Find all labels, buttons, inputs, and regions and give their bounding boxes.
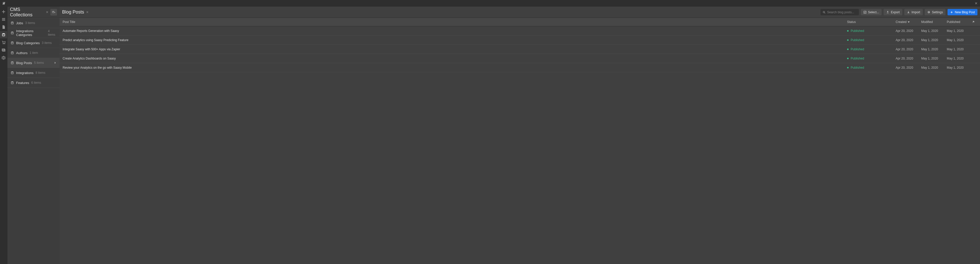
table-body: Automate Reports Generation with Saasy P… [60, 26, 980, 72]
collection-item[interactable]: Authors 1 item [7, 48, 60, 58]
svg-rect-4 [2, 20, 5, 21]
database-icon [11, 51, 14, 55]
col-created[interactable]: Created [896, 20, 921, 24]
svg-rect-2 [2, 18, 5, 19]
pin-icon[interactable] [970, 21, 977, 24]
cell-published: May 1, 2020 [947, 38, 970, 42]
collection-item[interactable]: Features 6 items [7, 78, 60, 88]
cell-title: Predict analytics using Saasy Predicting… [63, 38, 847, 42]
cell-modified: May 1, 2020 [921, 38, 947, 42]
col-modified[interactable]: Modified [921, 20, 947, 24]
collection-count: 5 items [34, 61, 44, 65]
rail-navigator[interactable] [0, 16, 7, 23]
svg-point-13 [11, 42, 14, 43]
collection-item[interactable]: Integrations Categories 4 items [7, 28, 60, 38]
sidebar-close-icon[interactable]: × [46, 10, 48, 14]
content-close-icon[interactable]: × [86, 10, 88, 14]
table-row[interactable]: Integrate Saasy with 500+ Apps via Zapie… [60, 45, 980, 54]
database-icon [11, 71, 14, 74]
check-icon [864, 11, 867, 14]
status-dot [847, 58, 849, 59]
database-icon [11, 81, 14, 84]
add-collection-button[interactable] [50, 9, 57, 16]
svg-rect-22 [951, 12, 953, 13]
svg-point-20 [928, 12, 929, 13]
col-status[interactable]: Status [847, 20, 896, 24]
rail-cms[interactable] [0, 31, 7, 38]
collection-name: Integrations Categories [16, 29, 46, 37]
cell-modified: May 1, 2020 [921, 57, 947, 60]
left-rail [0, 6, 7, 264]
cell-title: Create Analytics Dashboards on Saasy [63, 57, 847, 60]
sort-desc-icon [908, 20, 910, 24]
collection-item[interactable]: Jobs 3 items [7, 18, 60, 28]
export-icon [886, 11, 889, 14]
cell-created: Apr 20, 2020 [896, 38, 921, 42]
collection-item[interactable]: Blog Categories 3 items [7, 38, 60, 48]
rail-ecommerce[interactable] [0, 39, 7, 46]
import-icon [907, 11, 910, 14]
status-dot [847, 40, 849, 41]
search-input[interactable] [827, 11, 857, 14]
col-published[interactable]: Published [947, 20, 970, 24]
svg-point-17 [11, 81, 14, 82]
cell-published: May 1, 2020 [947, 57, 970, 60]
plus-icon [950, 11, 953, 14]
cell-modified: May 1, 2020 [921, 66, 947, 70]
search-icon [822, 11, 826, 14]
status-text: Published [851, 47, 864, 51]
cell-created: Apr 20, 2020 [896, 47, 921, 51]
collection-item[interactable]: Blog Posts 5 items [7, 58, 60, 68]
cell-status: Published [847, 66, 896, 70]
content-area: Blog Posts × Select... Export Imp [60, 6, 980, 264]
new-post-button[interactable]: New Blog Post [948, 9, 977, 15]
cms-sidebar: CMS Collections × Jobs 3 items Integrati… [7, 6, 60, 264]
import-button[interactable]: Import [904, 9, 923, 15]
collection-item[interactable]: Integrations 8 items [7, 68, 60, 78]
sidebar-title: CMS Collections [10, 7, 44, 17]
search-box[interactable] [821, 9, 859, 15]
svg-point-16 [11, 71, 14, 73]
cell-status: Published [847, 38, 896, 42]
rail-pages[interactable] [0, 24, 7, 31]
collection-name: Integrations [16, 71, 33, 75]
close-icon[interactable]: × [974, 1, 978, 6]
status-dot [847, 67, 849, 68]
status-text: Published [851, 29, 864, 33]
table-row[interactable]: Create Analytics Dashboards on Saasy Pub… [60, 54, 980, 63]
collection-name: Blog Posts [16, 61, 32, 65]
table-row[interactable]: Predict analytics using Saasy Predicting… [60, 35, 980, 45]
database-icon [11, 41, 14, 45]
database-icon [11, 31, 14, 35]
cell-modified: May 1, 2020 [921, 29, 947, 33]
select-button[interactable]: Select... [861, 9, 881, 15]
collection-name: Jobs [16, 21, 23, 25]
svg-point-15 [11, 62, 14, 63]
database-icon [11, 21, 14, 25]
status-text: Published [851, 57, 864, 60]
table-row[interactable]: Automate Reports Generation with Saasy P… [60, 26, 980, 35]
export-button[interactable]: Export [884, 9, 902, 15]
collection-name: Features [16, 81, 29, 85]
rail-settings[interactable] [0, 54, 7, 61]
svg-point-10 [52, 11, 54, 12]
webflow-logo[interactable] [2, 1, 6, 6]
table-row[interactable]: Review your Analytics on the go with Saa… [60, 63, 980, 72]
cell-published: May 1, 2020 [947, 66, 970, 70]
svg-rect-3 [2, 19, 5, 20]
cell-status: Published [847, 47, 896, 51]
col-title[interactable]: Post Title [63, 20, 847, 24]
svg-rect-1 [2, 11, 5, 12]
collection-name: Blog Categories [16, 41, 40, 45]
settings-button[interactable]: Settings [925, 9, 945, 15]
database-icon [11, 61, 14, 65]
cell-created: Apr 20, 2020 [896, 57, 921, 60]
cell-modified: May 1, 2020 [921, 47, 947, 51]
rail-assets[interactable] [0, 46, 7, 54]
status-dot [847, 30, 849, 32]
rail-add[interactable] [0, 8, 7, 15]
cell-title: Automate Reports Generation with Saasy [63, 29, 847, 33]
collection-count: 3 items [25, 21, 35, 25]
cell-status: Published [847, 57, 896, 60]
collection-name: Authors [16, 51, 28, 55]
